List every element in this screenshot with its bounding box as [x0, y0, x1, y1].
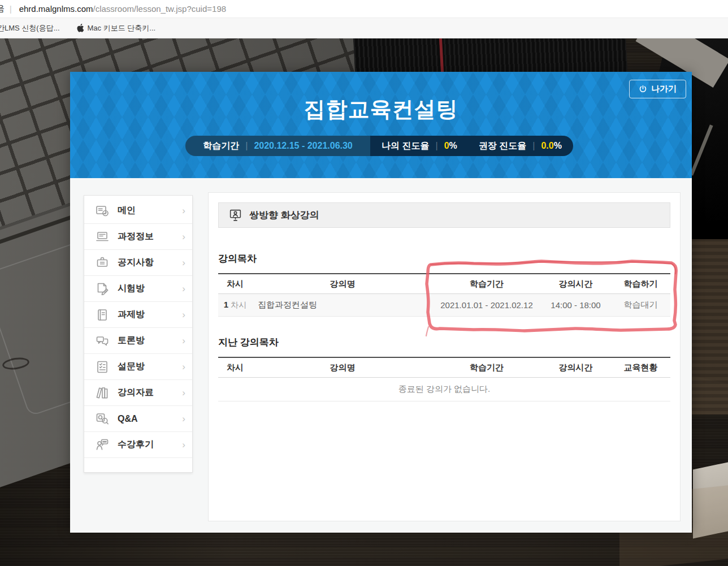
- study-period-segment: 학습기간 | 2020.12.15 - 2021.06.30: [185, 136, 370, 156]
- url-domain: ehrd.malgnlms.com: [19, 4, 93, 14]
- content-area: 메인 › 과정정보 › 공지사항 ›: [70, 178, 692, 533]
- col-header: 강의시간: [540, 279, 611, 290]
- sidebar-item-label: 토론방: [118, 335, 145, 347]
- lecture-name: 집합과정컨설팅: [252, 300, 433, 310]
- main-icon: [95, 203, 110, 218]
- exit-label: 나가기: [651, 84, 677, 94]
- my-progress-unit: %: [449, 141, 457, 151]
- apple-icon: [77, 24, 84, 32]
- power-icon: [639, 85, 647, 93]
- qna-icon: [95, 411, 110, 426]
- bookmark-label: Mac 키보드 단축키...: [88, 23, 156, 33]
- chevron-right-icon: ›: [182, 258, 185, 267]
- recommended-label: 권장 진도율: [479, 140, 526, 152]
- clipped-glyph: 음: [0, 3, 5, 14]
- recommended-unit: %: [554, 141, 562, 151]
- chevron-right-icon: ›: [182, 232, 185, 241]
- sidebar-item-label: Q&A: [118, 414, 138, 424]
- sidebar-item-label: 메인: [118, 205, 136, 217]
- wood-grain-right: [691, 239, 728, 414]
- lecture-time: 14:00 - 18:00: [540, 300, 611, 310]
- col-header: 교육현황: [611, 362, 670, 373]
- sidebar-item-survey[interactable]: 설문방 ›: [84, 354, 192, 380]
- materials-icon: [95, 385, 110, 400]
- lesson-status[interactable]: 학습대기: [611, 300, 670, 310]
- course-header: 나가기 집합교육컨설팅 학습기간 | 2020.12.15 - 2021.06.…: [70, 72, 692, 178]
- sidebar-item-course-info[interactable]: 과정정보 ›: [84, 224, 192, 250]
- col-header: 강의시간: [540, 362, 611, 373]
- bookmarks-bar: 간LMS 신청(응답... Mac 키보드 단축키...: [0, 18, 728, 38]
- survey-icon: [95, 359, 110, 374]
- sidebar-item-assignment[interactable]: 과제방 ›: [84, 302, 192, 328]
- sidebar-item-label: 공지사항: [118, 257, 154, 269]
- chevron-right-icon: ›: [182, 414, 185, 424]
- period-label: 학습기간: [203, 140, 239, 152]
- sidebar-item-label: 설문방: [118, 361, 145, 373]
- period-value: 2020.12.15 - 2021.06.30: [254, 141, 352, 151]
- lecture-number: 1 차시: [218, 300, 252, 310]
- empty-message: 종료된 강의가 없습니다.: [398, 384, 491, 395]
- col-header: 학습하기: [611, 279, 670, 290]
- sidebar-menu: 메인 › 과정정보 › 공지사항 ›: [84, 195, 193, 473]
- chevron-right-icon: ›: [182, 440, 185, 450]
- past-lectures-table: 차시 강의명 학습기간 강의시간 교육현황 종료된 강의가 없습니다.: [218, 357, 670, 401]
- sidebar-item-main[interactable]: 메인 ›: [84, 198, 192, 224]
- assignment-icon: [95, 307, 110, 322]
- sidebar-item-discussion[interactable]: 토론방 ›: [84, 328, 192, 354]
- url-separator: |: [10, 5, 12, 14]
- sidebar-item-label: 과제방: [118, 309, 145, 321]
- panel-title: 쌍방향 화상강의: [249, 209, 319, 222]
- course-info-icon: [95, 229, 110, 244]
- panel-title-bar: 쌍방향 화상강의: [218, 202, 670, 228]
- sidebar-item-notice[interactable]: 공지사항 ›: [84, 250, 192, 276]
- current-lectures-heading: 강의목차: [218, 252, 670, 265]
- chevron-right-icon: ›: [182, 388, 185, 398]
- lecture-row: 1 차시 집합과정컨설팅 2021.01.01 - 2021.02.12 14:…: [218, 294, 670, 317]
- past-lectures-heading: 지난 강의목차: [218, 336, 670, 349]
- pipe-divider: |: [532, 141, 535, 151]
- table-header-row: 차시 강의명 학습기간 강의시간 학습하기: [218, 274, 670, 294]
- bookmark-item-mac[interactable]: Mac 키보드 단축키...: [77, 23, 156, 33]
- chevron-right-icon: ›: [182, 336, 185, 345]
- sidebar-item-label: 시험방: [118, 283, 145, 295]
- bookmark-item-lms[interactable]: 간LMS 신청(응답...: [0, 23, 60, 33]
- chevron-right-icon: ›: [182, 284, 185, 293]
- recommended-value: 0.0: [541, 141, 553, 151]
- table-header-row: 차시 강의명 학습기간 강의시간 교육현황: [218, 358, 670, 378]
- empty-state-row: 종료된 강의가 없습니다.: [218, 378, 670, 401]
- chevron-right-icon: ›: [182, 310, 185, 319]
- course-stats-bar: 학습기간 | 2020.12.15 - 2021.06.30 나의 진도율 | …: [185, 136, 573, 156]
- sidebar-item-label: 강의자료: [118, 387, 154, 399]
- col-header: 강의명: [252, 279, 433, 290]
- current-lectures-table: 차시 강의명 학습기간 강의시간 학습하기 1 차시 집합과정컨설팅 2021.…: [218, 273, 670, 317]
- course-title: 집합교육컨설팅: [70, 95, 692, 124]
- sidebar-item-label: 과정정보: [118, 231, 154, 243]
- recommended-progress: 권장 진도율 | 0.0 %: [479, 140, 562, 152]
- col-header: 학습기간: [433, 362, 540, 373]
- sidebar-item-review[interactable]: 수강후기 ›: [84, 432, 192, 458]
- lecture-period: 2021.01.01 - 2021.02.12: [433, 300, 540, 310]
- sidebar-item-label: 수강후기: [118, 439, 154, 451]
- progress-segment: 나의 진도율 | 0 % 권장 진도율 | 0.0 %: [370, 136, 573, 156]
- my-progress: 나의 진도율 | 0 %: [382, 140, 457, 152]
- sidebar-item-materials[interactable]: 강의자료 ›: [84, 380, 192, 406]
- chevron-right-icon: ›: [182, 206, 185, 215]
- col-header: 차시: [218, 362, 252, 373]
- url-path: /classroom/lesson_tw.jsp?cuid=198: [93, 4, 227, 14]
- lms-panel: 나가기 집합교육컨설팅 학습기간 | 2020.12.15 - 2021.06.…: [70, 72, 692, 533]
- exam-icon: [95, 281, 110, 296]
- col-header: 학습기간: [433, 279, 540, 290]
- browser-window: 음 | ehrd.malgnlms.com /classroom/lesson_…: [0, 0, 728, 566]
- sidebar-item-qna[interactable]: Q&A ›: [84, 406, 192, 432]
- col-header: 차시: [218, 279, 252, 290]
- review-icon: [95, 437, 110, 452]
- chevron-right-icon: ›: [182, 362, 185, 371]
- main-panel: 쌍방향 화상강의 강의목차 차시 강의명 학습기간 강의시간 학습하기 1 차시…: [208, 192, 681, 521]
- pipe-divider: |: [245, 141, 248, 151]
- notice-icon: [95, 255, 110, 270]
- my-progress-value: 0: [444, 141, 449, 151]
- my-progress-label: 나의 진도율: [382, 140, 429, 152]
- sidebar-item-exam[interactable]: 시험방 ›: [84, 276, 192, 302]
- bookmark-label: 간LMS 신청(응답...: [0, 23, 60, 33]
- browser-url-bar[interactable]: 음 | ehrd.malgnlms.com /classroom/lesson_…: [0, 0, 728, 18]
